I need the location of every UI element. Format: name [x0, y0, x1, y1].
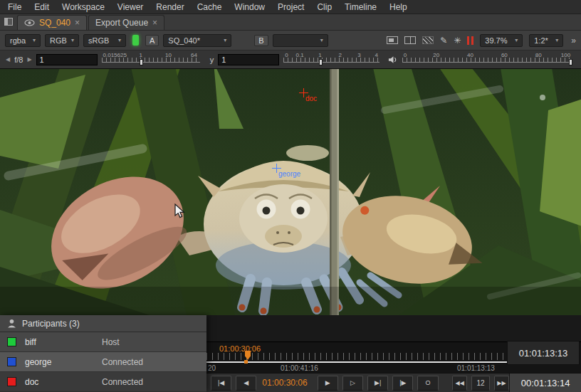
gamma-tick-label: 3 [357, 52, 360, 58]
out-time-label: 01:01:13:13 [457, 364, 495, 372]
menu-cache[interactable]: Cache [191, 0, 229, 14]
viewer-toolbar: rgba ▾ RGB ▾ sRGB ▾ A SQ_040* ▾ B ▾ ✎ ✳ [0, 31, 581, 51]
input-b-dropdown[interactable]: ▾ [273, 34, 328, 47]
ruler-start-label: 20 [208, 364, 216, 372]
fps-display[interactable]: 12 [471, 376, 489, 391]
mouse-cursor-icon [174, 203, 185, 218]
eye-icon [24, 19, 35, 26]
timeline-ruler[interactable] [206, 353, 504, 360]
gamma-slider[interactable]: 0 0.1 1 2 3 4 [283, 53, 380, 66]
fast-forward-button[interactable]: ▶▶ [494, 376, 509, 391]
tab-export-queue[interactable]: Export Queue × [88, 15, 164, 30]
menu-viewer[interactable]: Viewer [111, 0, 150, 14]
participant-color-swatch [7, 337, 16, 346]
pause-render-icon[interactable] [467, 36, 473, 45]
annotation-pen-icon[interactable]: ✎ [440, 36, 447, 45]
fstop-next-icon[interactable]: ▶ [27, 56, 31, 63]
gamma-input[interactable] [218, 54, 279, 65]
volume-slider-handle[interactable] [569, 59, 572, 65]
viewer-image[interactable] [0, 69, 581, 315]
mid-time-label: 01:00:41:16 [281, 364, 318, 372]
menu-clip[interactable]: Clip [310, 0, 338, 14]
chevron-down-icon: ▾ [33, 37, 36, 43]
gamma-tick-label: 1 [318, 52, 321, 58]
gamma-label: y [210, 55, 214, 64]
proxy-value: 1:2* [534, 36, 548, 45]
play-forward-button[interactable]: ▷ [342, 376, 363, 391]
go-to-end-button[interactable]: |▶ [392, 376, 413, 391]
menu-timeline[interactable]: Timeline [338, 0, 383, 14]
participant-name: doc [25, 377, 102, 387]
chevron-down-icon: ▾ [515, 37, 518, 43]
proxy-dropdown[interactable]: 1:2* ▾ [529, 34, 563, 47]
volume-tick-label: 20 [433, 52, 439, 58]
volume-tick-label: 60 [501, 52, 508, 58]
input-a-value: SQ_040* [168, 36, 200, 45]
play-button[interactable]: ▶ [318, 376, 338, 391]
participant-status: Connected [102, 377, 143, 387]
participant-status: Connected [102, 357, 143, 367]
timeline-range-bar[interactable] [206, 361, 508, 363]
participant-marker-doc: doc [299, 88, 308, 97]
input-active-indicator [132, 35, 139, 46]
timeline-tracks[interactable] [206, 315, 581, 342]
go-to-start-button[interactable]: |◀ [211, 376, 231, 391]
tab-close-icon[interactable]: × [75, 18, 80, 27]
guides-icon[interactable] [387, 36, 398, 44]
menu-workspace[interactable]: Workspace [56, 0, 111, 14]
tab-close-icon[interactable]: × [152, 18, 157, 27]
menu-bar: File Edit Workspace Viewer Render Cache … [0, 0, 581, 14]
toolbar-overflow-icon[interactable]: » [570, 36, 576, 46]
channels-dropdown[interactable]: rgba ▾ [5, 34, 41, 47]
fstop-prev-icon[interactable]: ◀ [6, 56, 10, 63]
menu-window[interactable]: Window [228, 0, 271, 14]
input-a-dropdown[interactable]: SQ_040* ▾ [163, 34, 231, 47]
step-forward-button[interactable]: ▶| [367, 376, 388, 391]
marker-label: doc [305, 95, 317, 102]
menu-render[interactable]: Render [150, 0, 190, 14]
colorspace-dropdown[interactable]: sRGB ▾ [83, 34, 126, 47]
gain-input[interactable] [36, 54, 98, 65]
volume-tick-label: 40 [467, 52, 473, 58]
menu-file[interactable]: File [1, 0, 28, 14]
display-mode-dropdown[interactable]: RGB ▾ [45, 34, 79, 47]
gain-tick-label: 10 [165, 52, 172, 58]
duration-timecode-box: 00:01:13:14 [509, 374, 581, 392]
rewind-button[interactable]: ◀◀ [452, 376, 467, 391]
current-timecode: 01:00:30:06 [262, 378, 307, 388]
zoom-dropdown[interactable]: 39.7% ▾ [480, 34, 523, 47]
gamma-tick-label: 0 [285, 52, 288, 58]
playhead-time-label: 01:00:30:06 [219, 344, 261, 353]
mask-overlay-icon[interactable] [422, 36, 434, 44]
participant-row-george[interactable]: george Connected [0, 352, 206, 372]
gain-tick-label: 1 [140, 52, 142, 58]
chevron-down-icon: ▾ [71, 37, 74, 43]
menu-edit[interactable]: Edit [28, 0, 56, 14]
gamma-slider-handle[interactable] [319, 59, 323, 65]
settings-gear-icon[interactable]: ✳ [454, 36, 461, 45]
gain-slider[interactable]: 0.015625 1 10 64 [102, 53, 200, 66]
loop-mode-button[interactable]: O [417, 376, 438, 391]
tab-viewer-sq040[interactable]: SQ_040 × [17, 15, 87, 30]
volume-tick-label: 100 [561, 52, 570, 58]
participant-row-doc[interactable]: doc Connected [0, 372, 206, 392]
timeline-time-labels: 20 01:00:41:16 01:01:13:13 [206, 364, 581, 373]
channels-value: rgba [10, 36, 26, 45]
menu-help[interactable]: Help [383, 0, 414, 14]
gain-slider-handle[interactable] [140, 59, 143, 65]
input-b-chip[interactable]: B [254, 35, 268, 46]
pane-layout-icon[interactable] [0, 14, 17, 30]
viewer-toolbar-icons: ✎ ✳ 39.7% ▾ 1:2* ▾ » [387, 34, 576, 47]
chevron-down-icon: ▾ [320, 37, 323, 43]
participant-row-biff[interactable]: biff Host [0, 332, 206, 352]
fstop-label: f/8 [14, 55, 23, 64]
participants-title: Participants (3) [22, 319, 80, 329]
participants-header: Participants (3) [0, 315, 206, 332]
step-back-button[interactable]: ◀ [236, 376, 256, 391]
volume-slider[interactable]: 0 20 40 60 80 100 [402, 53, 572, 66]
menu-project[interactable]: Project [271, 0, 310, 14]
input-a-chip[interactable]: A [145, 35, 159, 46]
speaker-icon[interactable] [388, 55, 398, 64]
participant-color-swatch [7, 377, 16, 386]
wipe-compare-icon[interactable] [404, 36, 416, 44]
